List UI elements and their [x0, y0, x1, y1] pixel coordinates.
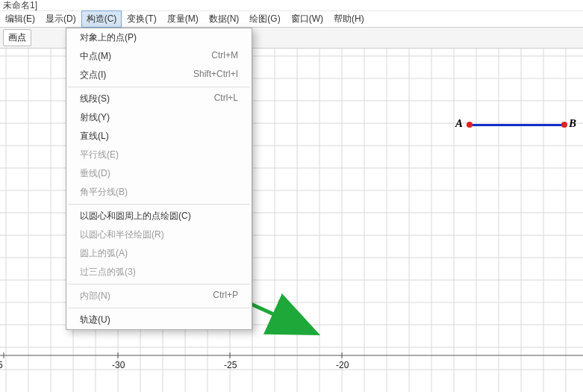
menu-item-1-4: 垂线(D)	[66, 164, 252, 183]
menu-item-1-2[interactable]: 直线(L)	[66, 127, 252, 146]
svg-text:-25: -25	[224, 360, 237, 370]
menu-3[interactable]: 变换(T)	[122, 10, 161, 28]
menu-2[interactable]: 构造(C)	[81, 10, 122, 28]
title-text: 未命名1]	[3, 0, 37, 10]
menu-item-1-1[interactable]: 射线(Y)	[66, 108, 252, 127]
menu-item-2-1: 以圆心和半径绘圆(R)	[66, 225, 252, 244]
menu-0[interactable]: 编辑(E)	[0, 10, 40, 28]
segment-ab[interactable]	[470, 124, 564, 126]
menu-item-2-3: 过三点的弧(3)	[66, 263, 252, 281]
svg-text:-30: -30	[112, 360, 125, 370]
menu-item-1-0[interactable]: 线段(S)Ctrl+L	[66, 90, 252, 108]
point-b[interactable]	[561, 122, 567, 128]
menu-item-0-2[interactable]: 交点(I)Shift+Ctrl+I	[66, 66, 252, 84]
menu-7[interactable]: 窗口(W)	[286, 10, 328, 28]
point-a[interactable]	[467, 122, 473, 128]
label-b: B	[569, 117, 576, 130]
menu-item-2-2: 圆上的弧(A)	[66, 244, 252, 263]
menu-item-1-3: 平行线(E)	[66, 146, 252, 164]
construct-menu-dropdown: 对象上的点(P)中点(M)Ctrl+M交点(I)Shift+Ctrl+I线段(S…	[66, 28, 252, 330]
menu-1[interactable]: 显示(D)	[40, 10, 81, 28]
menu-6[interactable]: 绘图(G)	[244, 10, 285, 28]
svg-text:-20: -20	[336, 360, 349, 370]
label-a: A	[455, 117, 463, 130]
menu-4[interactable]: 度量(M)	[162, 10, 204, 28]
title-bar: 未命名1]	[0, 0, 583, 11]
menu-item-0-1[interactable]: 中点(M)Ctrl+M	[66, 47, 252, 66]
menu-8[interactable]: 帮助(H)	[328, 10, 370, 28]
menu-item-4-0[interactable]: 轨迹(U)	[66, 311, 252, 329]
menu-item-3-0: 内部(N)Ctrl+P	[66, 287, 252, 305]
menu-item-0-0[interactable]: 对象上的点(P)	[66, 28, 252, 47]
svg-text:5: 5	[0, 360, 3, 370]
draw-point-button[interactable]: 画点	[3, 29, 31, 46]
menu-bar: 编辑(E)显示(D)构造(C)变换(T)度量(M)数据(N)绘图(G)窗口(W)…	[0, 11, 583, 28]
menu-5[interactable]: 数据(N)	[204, 10, 245, 28]
menu-item-2-0[interactable]: 以圆心和圆周上的点绘圆(C)	[66, 207, 252, 225]
menu-item-1-5: 角平分线(B)	[66, 183, 252, 202]
